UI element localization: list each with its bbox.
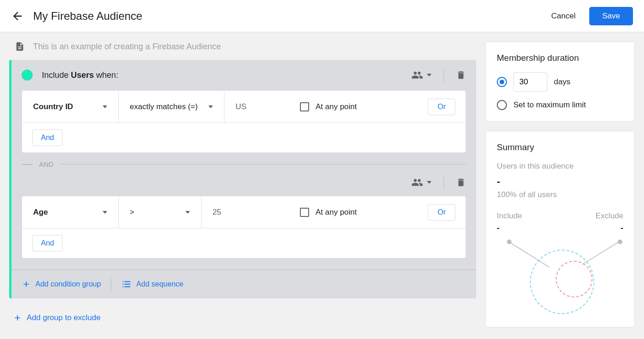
condition-row: Country ID exactly matches (=) US At any… (22, 91, 466, 123)
operator-selector[interactable]: exactly matches (=) (119, 91, 224, 123)
operator-selector[interactable]: > (119, 196, 201, 228)
condition-row: Age > 25 At any point Or (22, 196, 466, 228)
exclude-circle (556, 261, 592, 298)
divider (111, 278, 111, 290)
condition-card: Age > 25 At any point Or (22, 196, 466, 258)
radio-checked-icon (497, 77, 507, 87)
or-button[interactable]: Or (428, 204, 455, 221)
document-icon (15, 41, 25, 52)
duration-days-option[interactable]: days (497, 72, 623, 92)
checkbox-icon (300, 208, 309, 217)
group-header-2 (12, 175, 476, 196)
any-point-checkbox[interactable]: At any point (289, 91, 428, 123)
summary-subtitle: Users in this audience (497, 162, 623, 171)
chevron-down-icon (185, 210, 190, 215)
plus-icon (13, 313, 22, 322)
group-indicator-dot (22, 70, 33, 81)
group-header: Include Users when: (12, 60, 476, 90)
group-bottom-actions: Add condition group Add sequence (12, 269, 476, 290)
summary-title: Summary (497, 142, 623, 152)
divider (443, 68, 444, 82)
chevron-down-icon (103, 210, 107, 215)
page-header: My Firebase Audience Cancel Save (0, 0, 644, 32)
any-point-checkbox[interactable]: At any point (289, 196, 428, 228)
description-row: This is an example of creating a Firebas… (9, 41, 476, 60)
membership-title: Membership duration (497, 53, 623, 63)
sidebar: Membership duration days Set to maximum … (485, 41, 635, 327)
chevron-down-icon (103, 105, 107, 109)
and-button[interactable]: And (32, 129, 63, 146)
trash-icon[interactable] (456, 177, 466, 187)
back-arrow-icon[interactable] (11, 10, 24, 23)
and-button[interactable]: And (32, 235, 63, 251)
audience-description[interactable]: This is an example of creating a Firebas… (33, 42, 221, 52)
or-button[interactable]: Or (428, 99, 455, 115)
radio-unchecked-icon (497, 100, 507, 110)
plus-icon (22, 280, 31, 289)
field-selector[interactable]: Age (22, 196, 119, 228)
add-condition-group-button[interactable]: Add condition group (22, 280, 101, 289)
summary-panel: Summary Users in this audience - 100% of… (485, 131, 635, 327)
svg-line-1 (582, 242, 618, 264)
summary-total: - (497, 175, 623, 187)
add-group-to-exclude-button[interactable]: Add group to exclude (9, 313, 476, 322)
value-input[interactable]: 25 (201, 196, 289, 228)
and-separator: AND (22, 160, 466, 168)
summary-percent: 100% of all users (497, 190, 623, 199)
duration-input[interactable] (513, 72, 547, 92)
chevron-down-icon[interactable] (427, 180, 431, 185)
checkbox-icon (300, 102, 309, 111)
users-icon[interactable] (411, 176, 423, 188)
cancel-button[interactable]: Cancel (551, 12, 575, 21)
chevron-down-icon[interactable] (427, 73, 431, 77)
main-column: This is an example of creating a Firebas… (9, 41, 476, 327)
exclude-label: Exclude (596, 211, 623, 221)
value-input[interactable]: US (224, 91, 289, 123)
page-title: My Firebase Audience (33, 10, 551, 23)
max-limit-option[interactable]: Set to maximum limit (497, 100, 623, 110)
save-button[interactable]: Save (589, 7, 633, 25)
divider (443, 175, 444, 189)
include-value: - (497, 223, 500, 233)
venn-diagram (497, 238, 623, 316)
include-condition-group: Include Users when: Country ID (9, 60, 476, 298)
trash-icon[interactable] (456, 70, 466, 80)
group-label: Include Users when: (42, 70, 411, 80)
add-sequence-button[interactable]: Add sequence (121, 279, 183, 289)
users-icon[interactable] (411, 69, 423, 81)
sequence-icon (121, 279, 132, 289)
chevron-down-icon (208, 105, 213, 109)
exclude-value: - (621, 223, 623, 233)
membership-panel: Membership duration days Set to maximum … (485, 41, 635, 122)
condition-card: Country ID exactly matches (=) US At any… (22, 90, 466, 153)
field-selector[interactable]: Country ID (22, 91, 119, 123)
include-label: Include (497, 211, 522, 221)
